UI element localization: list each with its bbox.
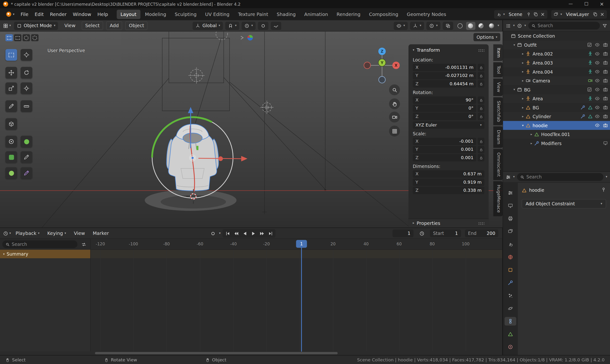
- workspace-tab-animation[interactable]: Animation: [300, 10, 332, 19]
- rotation-z-field[interactable]: Z0°: [413, 113, 476, 120]
- tool-select-box[interactable]: [5, 49, 17, 61]
- display-mode-icon[interactable]: [517, 23, 522, 28]
- timeline-scrollbar[interactable]: [91, 351, 502, 355]
- dimensions-z-field[interactable]: Z0.338 m: [413, 187, 484, 194]
- display-mode-dropdown[interactable]: ▾: [524, 24, 526, 27]
- camera-restrict-icon[interactable]: [603, 78, 608, 83]
- properties-tab-tool[interactable]: [505, 189, 516, 197]
- scale-x-field[interactable]: X-0.001: [413, 138, 476, 145]
- addon-tool-6[interactable]: [21, 167, 32, 179]
- addon-tool-1[interactable]: [5, 136, 17, 147]
- outliner-row-cylinder[interactable]: ▸Cylinder: [503, 112, 610, 121]
- menu-object[interactable]: Object: [125, 21, 147, 30]
- tool-rotate[interactable]: [21, 67, 32, 78]
- workspace-tab-uv-editing[interactable]: UV Editing: [201, 10, 233, 19]
- shading-dropdown[interactable]: ▾: [497, 24, 499, 27]
- pin-icon[interactable]: [526, 12, 531, 17]
- eye-icon[interactable]: [595, 42, 599, 47]
- camera-restrict-icon[interactable]: [603, 87, 608, 92]
- jump-to-end-button[interactable]: [266, 229, 275, 237]
- outliner-row-scene-collection[interactable]: Scene Collection: [503, 31, 610, 40]
- menu-add[interactable]: Add: [106, 21, 122, 30]
- visibility-dropdown[interactable]: ▾: [394, 22, 408, 30]
- location-z-field[interactable]: Z0.64454 m: [413, 80, 476, 87]
- properties-tab-particles[interactable]: [505, 291, 516, 300]
- timeline-search[interactable]: [2, 240, 78, 248]
- expand-icon[interactable]: ▸: [520, 97, 526, 101]
- workspace-tab-sculpting[interactable]: Sculpting: [171, 10, 200, 19]
- lock-icon[interactable]: [478, 146, 484, 153]
- menu-select[interactable]: Select: [82, 21, 103, 30]
- snap-dropdown[interactable]: ▾: [225, 22, 239, 30]
- expand-icon[interactable]: ▸: [529, 142, 534, 145]
- expand-icon[interactable]: ▸: [520, 70, 526, 74]
- outliner-search[interactable]: [528, 22, 600, 29]
- breadcrumb-object-name[interactable]: hoodie: [529, 187, 544, 193]
- properties-options-dropdown[interactable]: ▾: [606, 175, 607, 178]
- playback-menu[interactable]: Playback▾: [13, 229, 43, 237]
- scale-z-field[interactable]: Z0.001: [413, 154, 476, 161]
- timeline-track-area[interactable]: [91, 250, 502, 351]
- eye-icon[interactable]: [595, 52, 599, 56]
- lock-icon[interactable]: [478, 64, 484, 71]
- falloff-button[interactable]: [258, 22, 269, 30]
- properties-tab-material[interactable]: [505, 343, 516, 351]
- previous-keyframe-button[interactable]: [232, 229, 240, 237]
- eye-icon[interactable]: [595, 87, 599, 92]
- menu-file[interactable]: File: [17, 10, 31, 19]
- workspace-tab-geometry-nodes[interactable]: Geometry Nodes: [403, 10, 450, 19]
- properties-tab-scene[interactable]: [505, 240, 516, 248]
- scrollbar-thumb[interactable]: [95, 352, 338, 354]
- eye-icon[interactable]: [595, 105, 599, 110]
- viewport-canvas[interactable]: Z X Y User Perspective: [0, 31, 503, 228]
- properties-tab-modifiers[interactable]: [505, 278, 516, 287]
- shading-solid-button[interactable]: [466, 22, 475, 30]
- shading-wireframe-button[interactable]: [455, 22, 465, 30]
- outliner-row-bg-collection[interactable]: ▾BG: [503, 85, 610, 94]
- frame-start-field[interactable]: Start1: [430, 229, 461, 237]
- expand-icon[interactable]: ▸: [529, 133, 534, 136]
- marker-menu[interactable]: Marker: [90, 229, 112, 237]
- addon-tool-5[interactable]: [5, 167, 17, 179]
- play-button[interactable]: [249, 229, 258, 237]
- select-lasso-button[interactable]: [31, 34, 39, 41]
- gizmos-dropdown[interactable]: ▾: [410, 22, 424, 30]
- camera-restrict-icon[interactable]: [603, 60, 608, 65]
- expand-icon[interactable]: ▾: [520, 124, 526, 127]
- select-tweak-button[interactable]: [5, 34, 13, 41]
- menu-view[interactable]: View: [61, 22, 79, 29]
- sidebar-tab-tool[interactable]: Tool: [493, 62, 503, 78]
- outliner-row-bg-mesh[interactable]: ▸BG: [503, 103, 610, 112]
- tool-transform[interactable]: [21, 82, 32, 94]
- outliner-row-outfit[interactable]: ▾Outfit: [503, 40, 610, 50]
- location-y-field[interactable]: Y-0.027102 m: [413, 72, 476, 79]
- overlays-dropdown[interactable]: ▾: [426, 22, 440, 30]
- tool-move[interactable]: [5, 67, 17, 78]
- editor-type-dropdown[interactable]: ▾: [513, 175, 515, 178]
- dimensions-x-field[interactable]: X0.637 m: [413, 170, 484, 178]
- lock-icon[interactable]: [478, 80, 484, 87]
- filter-toggle-button[interactable]: [79, 240, 88, 248]
- camera-restrict-icon[interactable]: [603, 96, 608, 101]
- camera-restrict-icon[interactable]: [603, 123, 608, 128]
- maximize-button[interactable]: □: [581, 1, 591, 7]
- xray-toggle[interactable]: [443, 22, 453, 30]
- eye-icon[interactable]: [595, 69, 599, 74]
- workspace-tab-shading[interactable]: Shading: [273, 10, 299, 19]
- rotation-mode-dropdown[interactable]: XYZ Euler▾: [413, 121, 484, 129]
- location-x-field[interactable]: X-0.001131 m: [413, 64, 476, 71]
- checkbox-icon[interactable]: [587, 87, 592, 92]
- tool-add-cube[interactable]: [5, 118, 17, 130]
- eye-icon[interactable]: [595, 96, 599, 101]
- workspace-tab-modeling[interactable]: Modeling: [141, 10, 170, 19]
- sidebar-tab-sketchfab[interactable]: Sketchfab: [493, 97, 503, 125]
- expand-icon[interactable]: ▸: [520, 106, 526, 109]
- options-dropdown[interactable]: Options▾: [473, 33, 500, 41]
- close-button[interactable]: ×: [597, 1, 607, 7]
- addon-tool-3[interactable]: [5, 151, 17, 163]
- outliner-row-hoodtex[interactable]: ▸HoodTex.001: [503, 130, 610, 139]
- expand-icon[interactable]: ▸: [520, 61, 526, 65]
- lock-icon[interactable]: [478, 113, 484, 120]
- copy-icon[interactable]: [593, 12, 597, 17]
- sidebar-tab-item[interactable]: Item: [493, 44, 503, 61]
